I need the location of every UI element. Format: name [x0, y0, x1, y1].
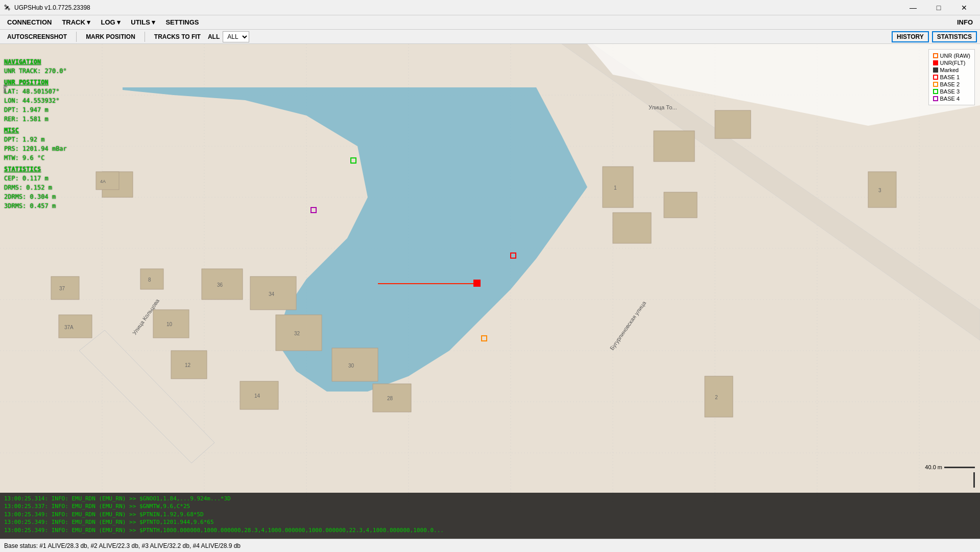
all-label: ALL	[208, 33, 220, 40]
log-line-3: 13:00:25.349: INFO: EMU_RDN (EMU_RN) >> …	[4, 518, 976, 526]
legend-icon-base2	[933, 82, 938, 87]
svg-text:4A: 4A	[100, 179, 106, 184]
toolbar: AUTOSCREENSHOT MARK POSITION TRACKS TO F…	[0, 30, 980, 44]
autoscreenshot-button[interactable]: AUTOSCREENSHOT	[3, 32, 71, 41]
minimize-button[interactable]: —	[901, 0, 925, 15]
legend-icon-base3	[933, 89, 938, 94]
main-area: 6A 37 8 37A 10 36 34 12 32	[0, 44, 980, 539]
tracks-to-fit-button[interactable]: TRACKS TO FIT	[150, 32, 205, 41]
history-button[interactable]: HISTORY	[892, 31, 929, 42]
svg-text:34: 34	[269, 291, 275, 297]
marker-base2[interactable]	[482, 336, 487, 341]
scale-vert-bar	[973, 472, 975, 488]
tracks-dropdown[interactable]: ALL	[223, 31, 249, 42]
map-svg: 6A 37 8 37A 10 36 34 12 32	[0, 44, 980, 539]
menu-log[interactable]: LOG ▾	[96, 16, 126, 28]
toolbar-separator-2	[145, 32, 145, 42]
scale-rule	[944, 467, 975, 468]
building-3	[868, 172, 896, 208]
legend-label-base4: BASE 4	[940, 96, 960, 102]
svg-text:8: 8	[148, 277, 151, 283]
statistics-button[interactable]: STATISTICS	[932, 31, 977, 42]
legend-label-base3: BASE 3	[940, 88, 960, 95]
log-area: 13:00:25.314: INFO: EMU_RDN (EMU_RN) >> …	[0, 493, 980, 539]
close-button[interactable]: ✕	[952, 0, 976, 15]
building-top-r1	[654, 131, 695, 162]
statusbar: Base status: #1 ALIVE/28.3 db, #2 ALIVE/…	[0, 539, 980, 552]
legend-item-marked: Marked	[933, 67, 970, 73]
scale-bar: 40.0 m	[925, 464, 975, 488]
legend-icon-base4	[933, 96, 938, 101]
svg-text:2: 2	[715, 395, 718, 400]
status-text: Base status: #1 ALIVE/28.3 db, #2 ALIVE/…	[4, 542, 241, 549]
menu-connection[interactable]: CONNECTION	[2, 16, 57, 28]
legend-label-unr-flt: UNR(FLT)	[940, 60, 966, 66]
svg-text:3: 3	[878, 188, 881, 193]
scale-vert-indicator	[925, 472, 975, 488]
scale-line: 40.0 m	[925, 464, 975, 470]
building-2	[705, 376, 733, 417]
building-8	[140, 269, 163, 289]
road-koltsova	[79, 330, 214, 463]
building-37a	[59, 315, 92, 338]
mark-position-button[interactable]: MARK POSITION	[82, 32, 139, 41]
water-body	[123, 87, 587, 392]
legend: UNR (RAW) UNR(FLT) Marked BASE 1 BASE 2 …	[928, 49, 975, 105]
street-label-top: Улица То...	[649, 104, 677, 110]
legend-icon-base1	[933, 75, 938, 80]
menubar: CONNECTION TRACK ▾ LOG ▾ UTILS ▾ SETTING…	[0, 15, 980, 30]
legend-label-base2: BASE 2	[940, 81, 960, 87]
marker-unr-flt[interactable]	[473, 280, 481, 287]
street-label-bugurlino: Бугурлиновская улица	[609, 300, 648, 351]
titlebar: 🛰 UGPSHub v1.0.7725.23398 — □ ✕	[0, 0, 980, 15]
legend-icon-marked	[933, 67, 938, 73]
app-icon: 🛰	[4, 4, 10, 11]
legend-icon-unr-raw	[933, 53, 938, 58]
legend-item-base1: BASE 1	[933, 74, 970, 80]
svg-text:10: 10	[166, 321, 173, 327]
svg-text:30: 30	[348, 363, 354, 369]
log-line-0: 13:00:25.314: INFO: EMU_RDN (EMU_RN) >> …	[4, 495, 976, 502]
log-line-1: 13:00:25.337: INFO: EMU_RDN (EMU_RN) >> …	[4, 502, 976, 510]
svg-text:28: 28	[387, 396, 393, 401]
menu-settings[interactable]: SETTINGS	[160, 16, 204, 28]
maximize-button[interactable]: □	[927, 0, 950, 15]
building-top-r2	[715, 110, 751, 139]
svg-text:12: 12	[185, 362, 191, 368]
building-4a	[96, 172, 119, 190]
svg-text:14: 14	[254, 393, 260, 399]
titlebar-controls: — □ ✕	[901, 0, 976, 15]
building-top-r3	[613, 213, 651, 243]
marker-base4[interactable]	[311, 208, 316, 213]
menu-info[interactable]: INFO	[952, 16, 978, 28]
log-line-4: 13:00:25.349: INFO: EMU_RDN (EMU_RN) >> …	[4, 526, 976, 534]
legend-item-base3: BASE 3	[933, 88, 970, 95]
legend-label-marked: Marked	[940, 67, 959, 73]
marker-base3[interactable]	[351, 158, 356, 163]
legend-item-unr-flt: UNR(FLT)	[933, 60, 970, 66]
building-top-r4	[664, 192, 697, 218]
titlebar-left: 🛰 UGPSHub v1.0.7725.23398	[4, 4, 90, 11]
building-37	[51, 277, 79, 300]
menu-track[interactable]: TRACK ▾	[57, 16, 95, 28]
svg-text:32: 32	[294, 331, 300, 336]
log-line-2: 13:00:25.349: INFO: EMU_RDN (EMU_RN) >> …	[4, 511, 976, 518]
legend-label-base1: BASE 1	[940, 74, 960, 80]
svg-text:37A: 37A	[64, 325, 74, 330]
app-title: UGPSHub v1.0.7725.23398	[14, 4, 90, 11]
building-1-top	[603, 167, 633, 208]
svg-text:37: 37	[59, 286, 65, 291]
legend-icon-unr-flt	[933, 60, 938, 65]
svg-text:1: 1	[614, 185, 617, 191]
svg-text:36: 36	[217, 282, 223, 288]
legend-item-base4: BASE 4	[933, 96, 970, 102]
legend-label-unr-raw: UNR (RAW)	[940, 53, 970, 59]
scale-label: 40.0 m	[925, 464, 942, 470]
legend-item-base2: BASE 2	[933, 81, 970, 87]
menu-utils[interactable]: UTILS ▾	[126, 16, 160, 28]
map[interactable]: 6A 37 8 37A 10 36 34 12 32	[0, 44, 980, 539]
toolbar-separator-1	[76, 32, 77, 42]
legend-item-unr-raw: UNR (RAW)	[933, 53, 970, 59]
building-30	[332, 348, 378, 381]
